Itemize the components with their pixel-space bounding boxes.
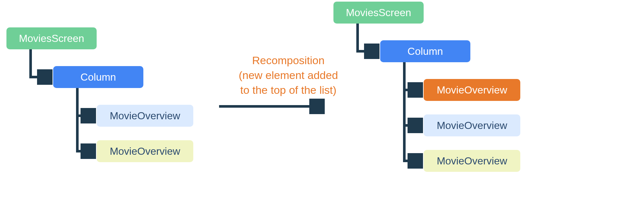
- left-column: Column: [53, 66, 143, 88]
- left-item-0: MovieOverview: [97, 105, 193, 127]
- right-column: Column: [380, 40, 470, 62]
- right-root: MoviesScreen: [333, 2, 424, 24]
- caption-line2: (new element added: [239, 69, 338, 81]
- right-item-0-new: MovieOverview: [424, 79, 520, 101]
- right-item-2: MovieOverview: [424, 150, 520, 172]
- left-root: MoviesScreen: [6, 27, 97, 49]
- right-item-1: MovieOverview: [424, 114, 520, 136]
- left-item-1: MovieOverview: [97, 140, 193, 162]
- recomposition-caption: Recomposition (new element added to the …: [219, 53, 358, 98]
- caption-line1: Recomposition: [252, 54, 325, 66]
- caption-line3: to the top of the list): [240, 84, 337, 96]
